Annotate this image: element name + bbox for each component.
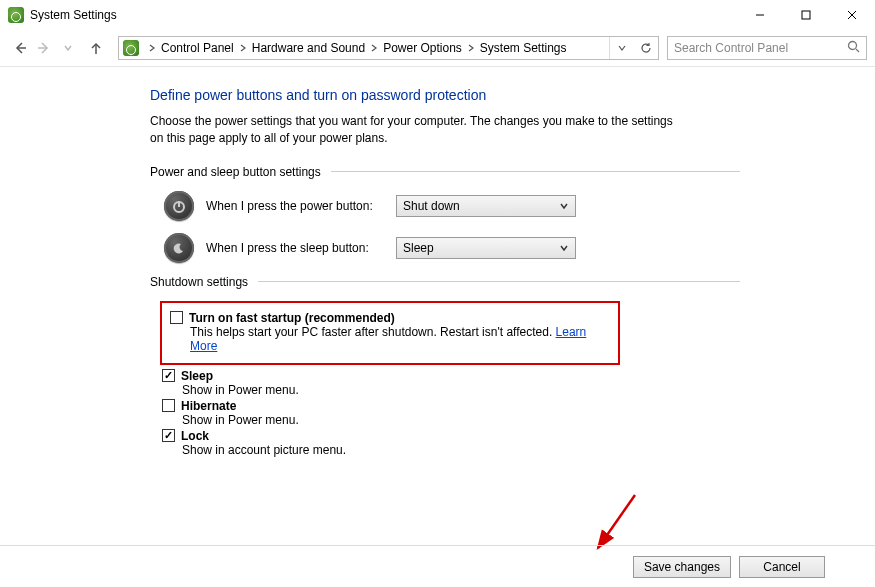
chevron-right-icon[interactable] <box>367 43 381 53</box>
hibernate-option-desc: Show in Power menu. <box>182 413 740 427</box>
content-pane: Define power buttons and turn on passwor… <box>0 67 740 457</box>
chevron-down-icon <box>559 199 569 213</box>
sleep-button-label: When I press the sleep button: <box>206 241 396 255</box>
page-heading: Define power buttons and turn on passwor… <box>150 87 740 103</box>
power-icon <box>164 191 194 221</box>
minimize-button[interactable] <box>737 0 783 30</box>
chevron-right-icon[interactable] <box>145 43 159 53</box>
power-button-label: When I press the power button: <box>206 199 396 213</box>
forward-button[interactable] <box>32 36 56 60</box>
power-button-select[interactable]: Shut down <box>396 195 576 217</box>
maximize-button[interactable] <box>783 0 829 30</box>
fast-startup-label: Turn on fast startup (recommended) <box>189 311 395 325</box>
up-button[interactable] <box>84 36 108 60</box>
highlight-box: Turn on fast startup (recommended) This … <box>160 301 620 365</box>
fast-startup-desc: This helps start your PC faster after sh… <box>190 325 556 339</box>
page-description: Choose the power settings that you want … <box>150 113 680 147</box>
address-bar[interactable]: Control Panel Hardware and Sound Power O… <box>118 36 659 60</box>
chevron-right-icon[interactable] <box>236 43 250 53</box>
fast-startup-checkbox[interactable] <box>170 311 183 324</box>
svg-rect-1 <box>802 11 810 19</box>
nav-bar: Control Panel Hardware and Sound Power O… <box>0 32 875 64</box>
sleep-checkbox[interactable] <box>162 369 175 382</box>
sleep-option-label: Sleep <box>181 369 213 383</box>
app-icon <box>8 7 24 23</box>
chevron-right-icon[interactable] <box>464 43 478 53</box>
svg-point-7 <box>849 42 857 50</box>
location-icon <box>123 40 139 56</box>
recent-dropdown[interactable] <box>56 36 80 60</box>
svg-line-11 <box>598 495 635 548</box>
save-changes-button[interactable]: Save changes <box>633 556 731 578</box>
footer: Save changes Cancel <box>0 545 875 587</box>
refresh-icon[interactable] <box>634 37 658 59</box>
search-icon <box>847 40 860 56</box>
window-title: System Settings <box>30 8 117 22</box>
section-shutdown: Shutdown settings <box>150 275 740 289</box>
section-power-sleep: Power and sleep button settings <box>150 165 740 179</box>
title-bar: System Settings <box>0 0 875 30</box>
lock-option-label: Lock <box>181 429 209 443</box>
sleep-option-desc: Show in Power menu. <box>182 383 740 397</box>
search-placeholder: Search Control Panel <box>674 41 788 55</box>
chevron-down-icon <box>559 241 569 255</box>
cancel-button[interactable]: Cancel <box>739 556 825 578</box>
breadcrumb-item[interactable]: Control Panel <box>159 41 236 55</box>
lock-option-desc: Show in account picture menu. <box>182 443 740 457</box>
history-dropdown-icon[interactable] <box>610 37 634 59</box>
lock-checkbox[interactable] <box>162 429 175 442</box>
close-button[interactable] <box>829 0 875 30</box>
breadcrumb-item[interactable]: Power Options <box>381 41 464 55</box>
sleep-icon <box>164 233 194 263</box>
breadcrumb-item[interactable]: Hardware and Sound <box>250 41 367 55</box>
hibernate-option-label: Hibernate <box>181 399 236 413</box>
back-button[interactable] <box>8 36 32 60</box>
search-input[interactable]: Search Control Panel <box>667 36 867 60</box>
svg-line-8 <box>856 49 859 52</box>
hibernate-checkbox[interactable] <box>162 399 175 412</box>
sleep-button-select[interactable]: Sleep <box>396 237 576 259</box>
breadcrumb-item[interactable]: System Settings <box>478 41 569 55</box>
